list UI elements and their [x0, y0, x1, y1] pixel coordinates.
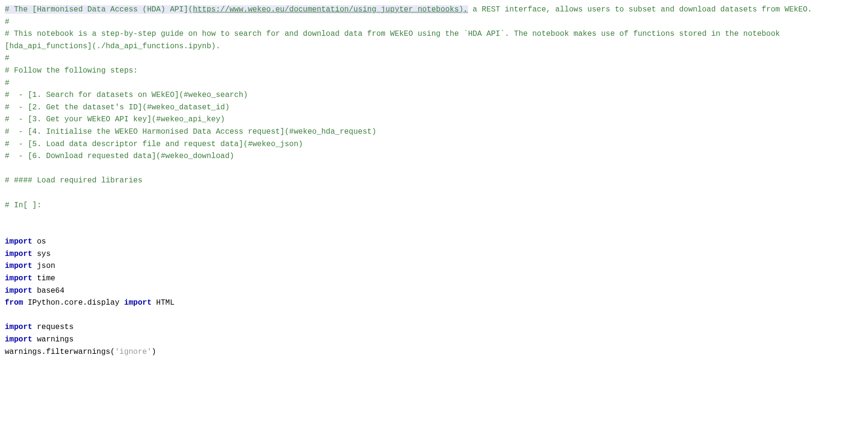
import-os: os [32, 237, 46, 246]
import-keyword-6: import [124, 298, 152, 307]
import-sys: sys [32, 250, 51, 258]
import-time: time [32, 274, 55, 283]
comment-step-5: # - [5. Load data descriptor file and re… [5, 140, 303, 149]
ignore-string: 'ignore' [115, 348, 151, 356]
comment-load-libs: # #### Load required libraries [5, 176, 142, 185]
comment-step-3: # - [3. Get your WEkEO API key](#wekeo_a… [5, 115, 225, 124]
from-ipython: IPython.core.display [23, 298, 124, 307]
comment-step-2: # - [2. Get the dataset's ID](#wekeo_dat… [5, 103, 229, 112]
comment-line-1-suffix: a REST interface, allows users to subset… [468, 5, 812, 14]
from-keyword: from [5, 298, 23, 307]
comment-step-6: # - [6. Download requested data](#wekeo_… [5, 152, 234, 160]
comment-line-3: # This notebook is a step-by-step guide … [5, 30, 784, 51]
comment-step-4: # - [4. Initialise the WEkEO Harmonised … [5, 128, 376, 136]
import-keyword-3: import [5, 262, 32, 270]
comment-text: # The [Harmonised Data Access (HDA) API]… [5, 5, 193, 14]
import-keyword-8: import [5, 335, 32, 344]
import-requests: requests [32, 323, 74, 331]
import-keyword-2: import [5, 250, 32, 258]
comment-line-1: # The [Harmonised Data Access (HDA) API]… [5, 5, 468, 14]
comment-empty-2: # [5, 54, 10, 63]
comment-step-1: # - [1. Search for datasets on WEkEO](#w… [5, 91, 248, 99]
comment-in-cell: # In[ ]: [5, 201, 42, 210]
code-container: # The [Harmonised Data Access (HDA) API]… [0, 0, 868, 362]
close-paren: ) [151, 348, 156, 356]
import-keyword-5: import [5, 287, 32, 295]
comment-empty-1: # [5, 18, 10, 26]
import-keyword-1: import [5, 237, 32, 246]
import-html: HTML [151, 298, 174, 307]
import-base64: base64 [32, 287, 64, 295]
import-keyword-4: import [5, 274, 32, 283]
import-warnings: warnings [32, 335, 74, 344]
import-json: json [32, 262, 55, 270]
comment-line-5: # Follow the following steps: [5, 66, 138, 75]
import-keyword-7: import [5, 323, 32, 331]
filterwarnings-call: warnings.filterwarnings( [5, 348, 115, 356]
comment-empty-3: # [5, 79, 10, 87]
hda-api-link[interactable]: https://www.wekeo.eu/documentation/using… [193, 5, 468, 14]
